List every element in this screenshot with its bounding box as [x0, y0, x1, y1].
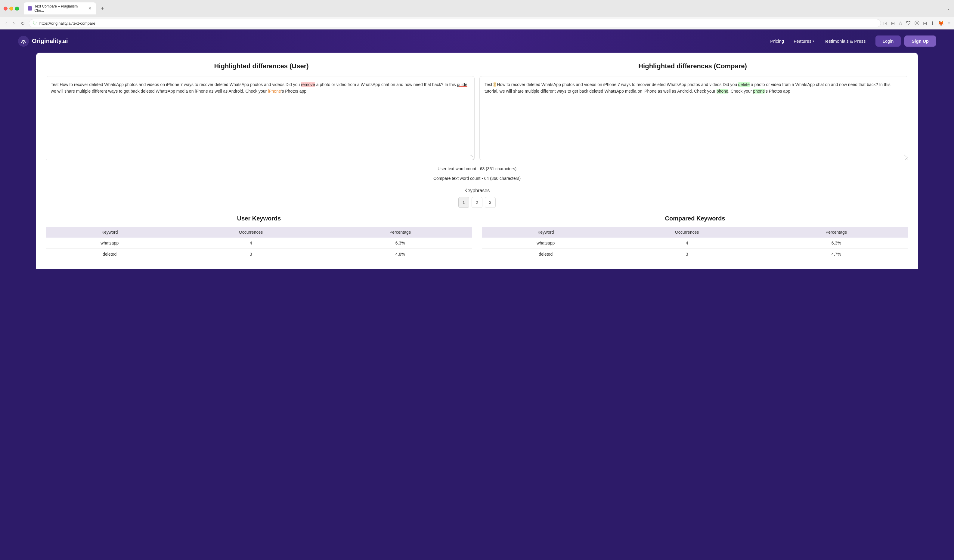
download-icon[interactable]: ⬇	[931, 20, 934, 26]
navbar: Originality.ai Pricing Features ▾ Testim…	[0, 30, 954, 53]
tab-favicon: T	[28, 6, 32, 11]
keyphrases-label: Keyphrases	[46, 188, 908, 193]
minimize-button[interactable]	[9, 6, 13, 11]
nav-links: Pricing Features ▾ Testimonials & Press	[770, 39, 865, 44]
highlight-2: 2	[494, 82, 496, 87]
refresh-button[interactable]: ↻	[19, 19, 26, 27]
keywords-section: User Keywords Keyword Occurrences Percen…	[46, 215, 908, 260]
browser-chrome: T Text Compare – Plagiarism Che... ✕ + ⌄…	[0, 0, 954, 30]
compare-panels: Test How to recover deleted WhatsApp pho…	[46, 76, 908, 160]
user-occurrences-header: Occurrences	[173, 227, 328, 238]
highlight-tutorial: tutorial	[485, 89, 497, 93]
user-occ-1: 4	[173, 238, 328, 249]
nav-testimonials[interactable]: Testimonials & Press	[824, 39, 865, 44]
section-title-row: Highlighted differences (User) Highlight…	[46, 62, 908, 70]
compared-pct-1: 6.3%	[764, 238, 908, 249]
address-bar[interactable]: 🛡 https://originality.ai/text-compare	[29, 19, 881, 27]
highlight-phone2: phone	[753, 89, 765, 93]
browser-titlebar: T Text Compare – Plagiarism Che... ✕ + ⌄	[0, 0, 954, 17]
profile-icon[interactable]: Ⓐ	[915, 20, 920, 26]
content-area: Highlighted differences (User) Highlight…	[36, 53, 918, 269]
table-row: deleted 3 4.7%	[482, 249, 908, 260]
nav-features[interactable]: Features ▾	[793, 39, 814, 44]
compared-keyword-header: Keyword	[482, 227, 610, 238]
compared-percentage-header: Percentage	[764, 227, 908, 238]
pagination: 1 2 3	[46, 197, 908, 208]
tab-close-icon[interactable]: ✕	[88, 6, 92, 11]
nav-pricing[interactable]: Pricing	[770, 39, 784, 44]
page-1-button[interactable]: 1	[458, 197, 469, 208]
forward-button[interactable]: ›	[11, 19, 16, 27]
page-2-button[interactable]: 2	[472, 197, 482, 208]
user-keyword-header: Keyword	[46, 227, 173, 238]
user-pct-1: 6.3%	[328, 238, 472, 249]
logo[interactable]: Originality.ai	[18, 36, 68, 47]
user-text-panel[interactable]: Test How to recover deleted WhatsApp pho…	[46, 76, 475, 160]
browser-toolbar-icons: ⊡ ⊞ ☆ 🛡 Ⓐ ⊞ ⬇ 🦊 ≡	[883, 20, 950, 26]
shield-icon[interactable]: 🛡	[906, 20, 911, 26]
active-tab[interactable]: T Text Compare – Plagiarism Che... ✕	[24, 2, 96, 14]
highlight-delete: delete	[738, 82, 750, 87]
chevron-down-icon: ▾	[812, 39, 814, 43]
logo-text: Originality.ai	[32, 37, 68, 45]
table-row: deleted 3 4.8%	[46, 249, 472, 260]
compared-pct-2: 4.7%	[764, 249, 908, 260]
table-row: whatsapp 4 6.3%	[46, 238, 472, 249]
user-keywords-title: User Keywords	[46, 215, 472, 222]
extensions-icon[interactable]: ⊞	[923, 20, 927, 26]
highlight-iphone: iPhone	[268, 89, 281, 93]
compared-kw-1: whatsapp	[482, 238, 610, 249]
security-icon: 🛡	[33, 21, 37, 26]
reader-icon[interactable]: ⊡	[883, 20, 887, 26]
compared-occ-2: 3	[610, 249, 764, 260]
compared-table-header-row: Keyword Occurrences Percentage	[482, 227, 908, 238]
nav-pricing-label: Pricing	[770, 39, 784, 44]
nav-features-label: Features	[793, 39, 811, 44]
close-button[interactable]	[4, 6, 8, 11]
compare-word-count: Compare text word count - 64 (360 charac…	[46, 176, 908, 181]
login-button[interactable]: Login	[876, 36, 901, 47]
compared-kw-2: deleted	[482, 249, 610, 260]
compare-panel-title: Highlighted differences (Compare)	[477, 62, 908, 70]
security-shield-icon[interactable]: 🦊	[938, 20, 944, 26]
compare-text-panel[interactable]: Test 2 How to recover deleted WhatsApp p…	[479, 76, 908, 160]
user-keywords-table: Keyword Occurrences Percentage whatsapp …	[46, 227, 472, 260]
user-word-count: User text word count - 63 (351 character…	[46, 166, 908, 171]
new-tab-button[interactable]: +	[98, 4, 106, 13]
grid-icon[interactable]: ⊞	[891, 20, 895, 26]
tab-title: Text Compare – Plagiarism Che...	[34, 4, 86, 12]
menu-icon[interactable]: ≡	[948, 20, 950, 26]
compared-keywords-col: Compared Keywords Keyword Occurrences Pe…	[482, 215, 908, 260]
user-occ-2: 3	[173, 249, 328, 260]
page-3-button[interactable]: 3	[485, 197, 496, 208]
compared-occ-1: 4	[610, 238, 764, 249]
back-button[interactable]: ‹	[4, 19, 9, 27]
highlight-remove: remove	[301, 82, 315, 87]
nav-testimonials-label: Testimonials & Press	[824, 39, 865, 44]
user-table-header-row: Keyword Occurrences Percentage	[46, 227, 472, 238]
user-text-content: Test How to recover deleted WhatsApp pho…	[51, 82, 469, 93]
user-panel-title: Highlighted differences (User)	[46, 62, 477, 70]
website: Originality.ai Pricing Features ▾ Testim…	[0, 30, 954, 269]
user-pct-2: 4.8%	[328, 249, 472, 260]
highlight-phone1: phone	[717, 89, 728, 93]
highlight-guide: guide	[457, 82, 467, 87]
svg-point-1	[23, 42, 24, 44]
compare-text-content: Test 2 How to recover deleted WhatsApp p…	[485, 82, 890, 93]
window-controls-icon: ⌄	[947, 6, 950, 11]
resize-handle-compare: ⤡	[904, 153, 907, 159]
nav-buttons: Login Sign Up	[876, 36, 936, 47]
traffic-lights	[4, 6, 19, 11]
signup-button[interactable]: Sign Up	[904, 36, 936, 47]
svg-point-0	[18, 36, 29, 47]
keyphrase-section: Keyphrases 1 2 3	[46, 188, 908, 208]
maximize-button[interactable]	[15, 6, 19, 11]
star-icon[interactable]: ☆	[898, 20, 903, 26]
user-kw-2: deleted	[46, 249, 173, 260]
browser-toolbar: ‹ › ↻ 🛡 https://originality.ai/text-comp…	[0, 17, 954, 29]
logo-icon	[18, 36, 29, 47]
resize-handle: ⤡	[470, 153, 473, 159]
compared-keywords-table: Keyword Occurrences Percentage whatsapp …	[482, 227, 908, 260]
user-keywords-col: User Keywords Keyword Occurrences Percen…	[46, 215, 472, 260]
table-row: whatsapp 4 6.3%	[482, 238, 908, 249]
